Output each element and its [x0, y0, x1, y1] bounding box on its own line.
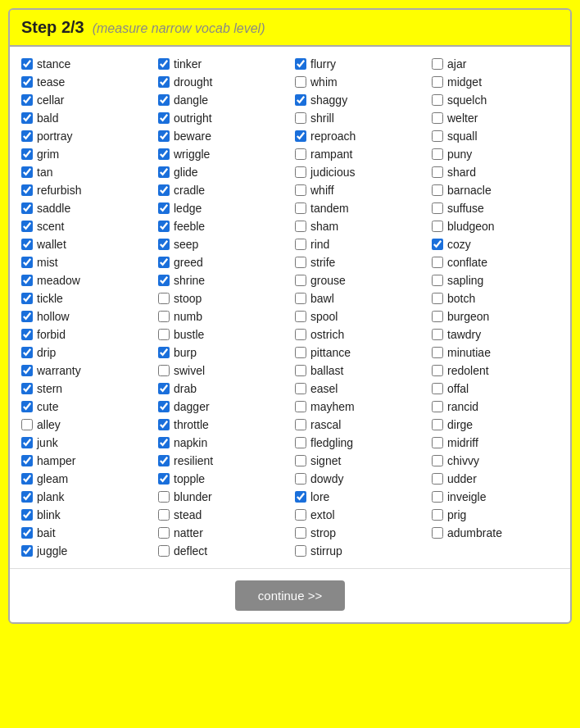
- list-item[interactable]: ajar: [427, 55, 564, 73]
- word-checkbox[interactable]: [158, 275, 170, 286]
- word-checkbox[interactable]: [21, 473, 33, 485]
- list-item[interactable]: stoop: [153, 289, 290, 307]
- word-checkbox[interactable]: [295, 166, 306, 178]
- list-item[interactable]: saddle: [16, 199, 153, 217]
- word-checkbox[interactable]: [158, 545, 170, 557]
- list-item[interactable]: tawdry: [427, 325, 564, 344]
- word-checkbox[interactable]: [158, 347, 170, 358]
- list-item[interactable]: hamper: [16, 452, 153, 470]
- list-item[interactable]: signet: [290, 452, 427, 470]
- list-item[interactable]: napkin: [153, 434, 290, 452]
- word-checkbox[interactable]: [21, 202, 33, 214]
- word-checkbox[interactable]: [21, 112, 33, 124]
- list-item[interactable]: refurbish: [16, 181, 153, 199]
- list-item[interactable]: minutiae: [427, 344, 564, 362]
- word-checkbox[interactable]: [432, 455, 443, 466]
- word-checkbox[interactable]: [295, 401, 306, 412]
- list-item[interactable]: cute: [16, 398, 153, 416]
- word-checkbox[interactable]: [432, 239, 443, 250]
- list-item[interactable]: drip: [16, 344, 153, 362]
- word-checkbox[interactable]: [21, 130, 33, 142]
- word-checkbox[interactable]: [158, 94, 170, 106]
- word-checkbox[interactable]: [21, 545, 33, 557]
- list-item[interactable]: ledge: [153, 199, 290, 217]
- word-checkbox[interactable]: [21, 94, 33, 106]
- list-item[interactable]: welter: [427, 109, 564, 127]
- list-item[interactable]: greed: [153, 253, 290, 271]
- list-item[interactable]: shard: [427, 163, 564, 181]
- list-item[interactable]: stead: [153, 506, 290, 524]
- word-checkbox[interactable]: [432, 311, 443, 322]
- list-item[interactable]: inveigle: [427, 488, 564, 506]
- list-item[interactable]: bait: [16, 524, 153, 542]
- list-item[interactable]: midget: [427, 73, 564, 91]
- word-checkbox[interactable]: [158, 293, 170, 304]
- list-item[interactable]: swivel: [153, 362, 290, 380]
- list-item[interactable]: rancid: [427, 398, 564, 416]
- word-checkbox[interactable]: [432, 202, 443, 214]
- list-item[interactable]: blunder: [153, 488, 290, 506]
- list-item[interactable]: drought: [153, 73, 290, 91]
- list-item[interactable]: tandem: [290, 199, 427, 217]
- word-checkbox[interactable]: [158, 455, 170, 466]
- list-item[interactable]: forbid: [16, 325, 153, 344]
- word-checkbox[interactable]: [295, 76, 306, 88]
- list-item[interactable]: dagger: [153, 398, 290, 416]
- list-item[interactable]: chivvy: [427, 452, 564, 470]
- word-checkbox[interactable]: [295, 383, 306, 394]
- word-checkbox[interactable]: [432, 58, 443, 70]
- word-checkbox[interactable]: [158, 365, 170, 376]
- list-item[interactable]: redolent: [427, 362, 564, 380]
- list-item[interactable]: natter: [153, 524, 290, 542]
- list-item[interactable]: outright: [153, 109, 290, 127]
- word-checkbox[interactable]: [295, 311, 306, 322]
- word-checkbox[interactable]: [295, 509, 306, 521]
- word-checkbox[interactable]: [432, 76, 443, 88]
- word-checkbox[interactable]: [295, 527, 306, 539]
- word-checkbox[interactable]: [295, 94, 306, 106]
- list-item[interactable]: beware: [153, 127, 290, 145]
- word-checkbox[interactable]: [295, 130, 306, 142]
- list-item[interactable]: extol: [290, 506, 427, 524]
- word-checkbox[interactable]: [295, 112, 306, 124]
- word-checkbox[interactable]: [158, 166, 170, 178]
- word-checkbox[interactable]: [295, 257, 306, 268]
- list-item[interactable]: flurry: [290, 55, 427, 73]
- word-checkbox[interactable]: [432, 419, 443, 430]
- word-checkbox[interactable]: [21, 527, 33, 539]
- word-checkbox[interactable]: [158, 437, 170, 448]
- word-checkbox[interactable]: [432, 473, 443, 485]
- word-checkbox[interactable]: [158, 527, 170, 539]
- list-item[interactable]: shrill: [290, 109, 427, 127]
- word-checkbox[interactable]: [21, 383, 33, 394]
- continue-button[interactable]: continue >>: [235, 580, 345, 611]
- word-checkbox[interactable]: [21, 148, 33, 160]
- list-item[interactable]: dangle: [153, 91, 290, 109]
- list-item[interactable]: glide: [153, 163, 290, 181]
- word-checkbox[interactable]: [21, 184, 33, 196]
- list-item[interactable]: suffuse: [427, 199, 564, 217]
- list-item[interactable]: bludgeon: [427, 217, 564, 235]
- list-item[interactable]: puny: [427, 145, 564, 163]
- word-checkbox[interactable]: [432, 112, 443, 124]
- list-item[interactable]: adumbrate: [427, 524, 564, 542]
- list-item[interactable]: grouse: [290, 271, 427, 289]
- list-item[interactable]: scent: [16, 217, 153, 235]
- list-item[interactable]: junk: [16, 434, 153, 452]
- word-checkbox[interactable]: [295, 221, 306, 232]
- word-checkbox[interactable]: [21, 455, 33, 466]
- list-item[interactable]: conflate: [427, 253, 564, 271]
- word-checkbox[interactable]: [432, 148, 443, 160]
- list-item[interactable]: wriggle: [153, 145, 290, 163]
- word-checkbox[interactable]: [158, 148, 170, 160]
- list-item[interactable]: blink: [16, 506, 153, 524]
- list-item[interactable]: strife: [290, 253, 427, 271]
- word-checkbox[interactable]: [158, 473, 170, 485]
- word-checkbox[interactable]: [432, 130, 443, 142]
- word-checkbox[interactable]: [295, 58, 306, 70]
- word-checkbox[interactable]: [21, 347, 33, 358]
- word-checkbox[interactable]: [158, 239, 170, 250]
- list-item[interactable]: dirge: [427, 416, 564, 434]
- list-item[interactable]: reproach: [290, 127, 427, 145]
- word-checkbox[interactable]: [295, 455, 306, 466]
